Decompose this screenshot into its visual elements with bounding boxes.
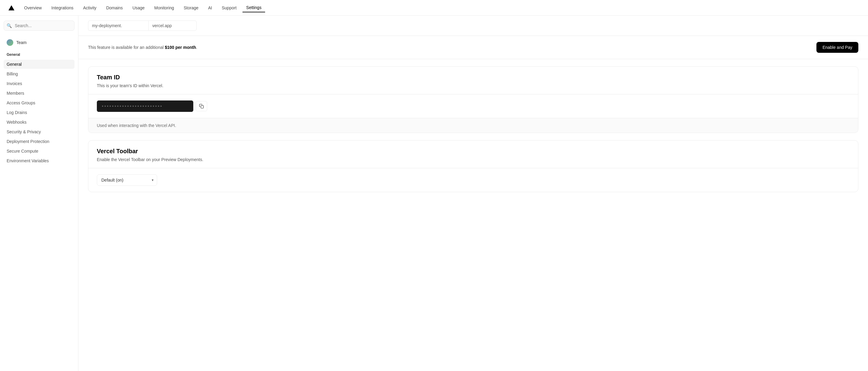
sidebar-item-log-drains[interactable]: Log Drains [4,108,74,117]
vercel-logo[interactable] [7,4,16,12]
toolbar-dropdown-wrap: Default (on) Always on Always off ▾ [97,174,157,186]
team-avatar [7,39,13,46]
nav-integrations[interactable]: Integrations [48,4,77,12]
nav-domains[interactable]: Domains [102,4,126,12]
sidebar-item-deployment-protection[interactable]: Deployment Protection [4,137,74,146]
url-prefix-input[interactable] [88,21,148,31]
team-id-card-header: Team ID This is your team's ID within Ve… [88,67,858,94]
sidebar-item-env-vars[interactable]: Environment Variables [4,156,74,165]
sidebar: 🔍 Team General General Billing Invoices … [0,16,79,371]
nav-settings[interactable]: Settings [243,3,265,12]
sidebar-item-general[interactable]: General [4,60,74,69]
sidebar-item-webhooks[interactable]: Webhooks [4,118,74,127]
vercel-toolbar-desc: Enable the Vercel Toolbar on your Previe… [97,157,849,162]
team-id-card-body [88,94,858,118]
team-row[interactable]: Team [4,37,74,48]
team-id-title: Team ID [97,74,849,81]
team-id-card-footer: Used when interacting with the Vercel AP… [88,118,858,133]
vercel-toolbar-title: Vercel Toolbar [97,148,849,155]
feature-banner: This feature is available for an additio… [79,36,868,59]
copy-icon [199,104,204,109]
sidebar-item-security-privacy[interactable]: Security & Privacy [4,127,74,136]
team-label: Team [16,40,27,45]
nav-ai[interactable]: AI [205,4,216,12]
toolbar-dropdown[interactable]: Default (on) Always on Always off [97,174,157,186]
search-wrap: 🔍 [4,21,74,31]
sidebar-general-label: General [4,51,74,59]
sidebar-item-members[interactable]: Members [4,89,74,98]
nav-overview[interactable]: Overview [21,4,45,12]
nav-support[interactable]: Support [218,4,240,12]
enable-pay-button[interactable]: Enable and Pay [816,42,858,53]
vercel-toolbar-card-header: Vercel Toolbar Enable the Vercel Toolbar… [88,141,858,168]
vercel-toolbar-card-body: Default (on) Always on Always off ▾ [88,168,858,192]
sidebar-item-access-groups[interactable]: Access Groups [4,98,74,107]
url-suffix-input[interactable] [148,21,197,31]
sidebar-item-secure-compute[interactable]: Secure Compute [4,147,74,156]
nav-activity[interactable]: Activity [80,4,100,12]
url-input-row [79,16,868,36]
teamid-input[interactable] [97,100,193,112]
main-content: This feature is available for an additio… [79,16,868,371]
vercel-toolbar-card: Vercel Toolbar Enable the Vercel Toolbar… [88,140,858,192]
nav-storage[interactable]: Storage [180,4,202,12]
team-id-card: Team ID This is your team's ID within Ve… [88,66,858,133]
nav-usage[interactable]: Usage [129,4,148,12]
sidebar-item-billing[interactable]: Billing [4,69,74,79]
search-input[interactable] [4,21,74,31]
team-id-desc: This is your team's ID within Vercel. [97,83,849,88]
search-icon: 🔍 [7,23,12,28]
sidebar-item-invoices[interactable]: Invoices [4,79,74,88]
nav-monitoring[interactable]: Monitoring [151,4,178,12]
feature-banner-text: This feature is available for an additio… [88,45,197,50]
svg-rect-0 [201,105,204,108]
copy-teamid-button[interactable] [196,101,207,111]
topnav: Overview Integrations Activity Domains U… [0,0,868,16]
teamid-row [97,100,849,112]
